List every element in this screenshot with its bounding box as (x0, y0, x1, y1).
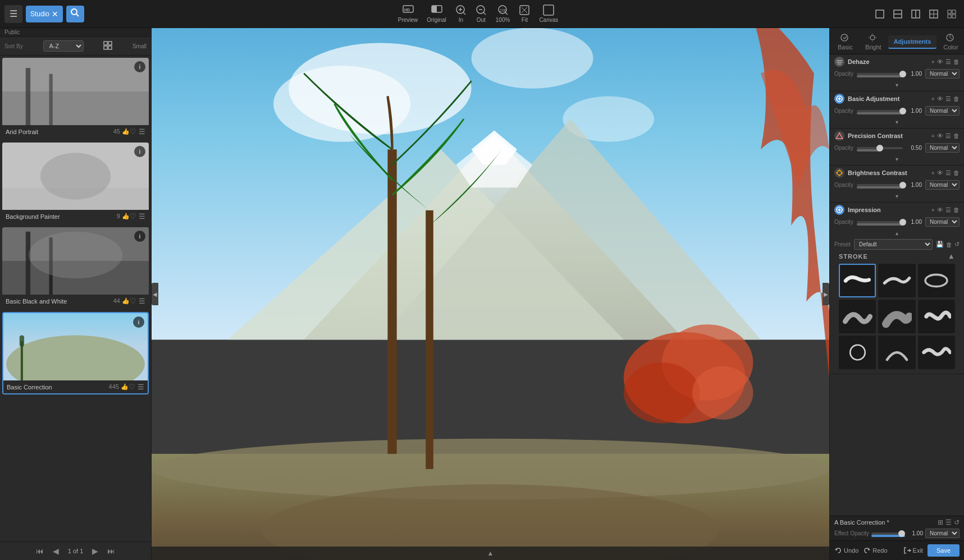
grid-view-button[interactable] (103, 41, 112, 52)
brightness-blend-select[interactable]: Normal (925, 180, 960, 190)
impression-preset-save-button[interactable]: 💾 (936, 241, 944, 248)
stroke-thumb-4[interactable] (839, 300, 876, 333)
like-button-bw[interactable]: ♡ (130, 297, 136, 305)
impression-add-button[interactable]: + (931, 206, 935, 213)
precision-blend-select[interactable]: Normal (925, 143, 960, 153)
redo-button[interactable]: Redo (863, 547, 887, 554)
brightness-expand-button[interactable]: ▾ (896, 193, 898, 199)
impression-opacity-slider[interactable] (857, 221, 903, 223)
sort-select[interactable]: A-Z Z-A Newest Popular (43, 40, 84, 52)
save-button[interactable]: Save (928, 544, 960, 557)
impression-preset-select[interactable]: Default (854, 239, 933, 250)
basic-adj-delete-button[interactable]: 🗑 (953, 95, 960, 102)
view-single-button[interactable] (872, 6, 888, 22)
view-split-v-button[interactable] (908, 6, 924, 22)
menu-button[interactable]: ☰ (4, 5, 22, 23)
effect-blend-select[interactable]: Normal (925, 529, 960, 538)
collapse-left-panel-button[interactable]: ◀ (152, 283, 158, 305)
tab-adjustments[interactable]: Adjustments (888, 35, 937, 49)
impression-preset-reset-button[interactable]: ↺ (954, 241, 960, 248)
effect-opacity-slider[interactable] (871, 533, 905, 535)
info-button-bw[interactable]: i (134, 231, 145, 242)
tab-color[interactable]: Color (938, 30, 963, 54)
effect-reset-button[interactable]: ↺ (954, 518, 960, 526)
more-button-bg[interactable]: ☰ (139, 212, 145, 221)
stroke-thumb-3[interactable] (918, 264, 955, 297)
zoom-100-button[interactable]: 100 100% (496, 4, 510, 23)
stroke-thumb-2[interactable] (878, 264, 915, 297)
precision-expand-button[interactable]: ▾ (896, 156, 898, 162)
preset-item-correction[interactable]: i Basic Correction 445 👍 ♡ ☰ (2, 312, 149, 394)
precision-add-button[interactable]: + (931, 132, 935, 139)
next-button[interactable]: ▶ (92, 547, 98, 556)
search-button[interactable] (66, 6, 84, 22)
info-button-correction[interactable]: i (133, 316, 144, 328)
stroke-thumb-8[interactable] (878, 336, 915, 369)
brightness-delete-button[interactable]: 🗑 (953, 169, 960, 176)
search-tag-close[interactable]: ✕ (52, 10, 58, 19)
dehaze-menu-button[interactable]: ☰ (945, 58, 951, 66)
like-button-correction[interactable]: ♡ (129, 383, 135, 391)
collapse-right-panel-button[interactable]: ▶ (823, 283, 829, 305)
brightness-opacity-slider[interactable] (857, 184, 903, 186)
dehaze-blend-select[interactable]: Normal (925, 69, 960, 79)
undo-button[interactable]: Undo (834, 547, 858, 554)
more-button-bw[interactable]: ☰ (139, 297, 145, 305)
basic-adj-visibility-button[interactable]: 👁 (937, 95, 943, 102)
tab-basic[interactable]: Basic (832, 30, 858, 54)
basic-adj-opacity-slider[interactable] (857, 110, 903, 112)
more-button-arid[interactable]: ☰ (139, 127, 145, 136)
precision-delete-button[interactable]: 🗑 (953, 132, 960, 139)
impression-collapse-button[interactable]: ▴ (896, 230, 898, 236)
dehaze-delete-button[interactable]: 🗑 (953, 58, 960, 65)
preset-item-bw[interactable]: i Basic Black and White 44 👍 ♡ ☰ (2, 227, 149, 307)
more-button-correction[interactable]: ☰ (138, 383, 144, 391)
dehaze-expand-button[interactable]: ▾ (896, 82, 898, 88)
stroke-thumb-5[interactable] (878, 300, 915, 333)
stroke-thumb-6[interactable] (918, 300, 955, 333)
info-button-arid[interactable]: i (134, 61, 145, 72)
like-button-arid[interactable]: ♡ (130, 127, 136, 136)
basic-adj-menu-button[interactable]: ☰ (945, 95, 951, 103)
brightness-add-button[interactable]: + (931, 169, 935, 176)
preset-item-bg[interactable]: i Background Painter 9 👍 ♡ ☰ (2, 143, 149, 223)
basic-adj-expand-button[interactable]: ▾ (896, 119, 898, 125)
exit-button[interactable]: Exit (903, 544, 923, 557)
impression-delete-button[interactable]: 🗑 (953, 206, 960, 213)
zoom-in-button[interactable]: In (455, 4, 467, 23)
prev-page-button[interactable]: ⏮ (36, 547, 44, 556)
like-button-bg[interactable]: ♡ (130, 212, 136, 221)
precision-visibility-button[interactable]: 👁 (937, 132, 943, 139)
basic-adj-add-button[interactable]: + (931, 95, 935, 102)
tab-bright[interactable]: Bright (860, 30, 887, 54)
dehaze-opacity-slider[interactable] (857, 73, 903, 75)
dehaze-add-button[interactable]: + (931, 58, 935, 65)
view-quad-button[interactable] (926, 6, 942, 22)
dehaze-visibility-button[interactable]: 👁 (937, 58, 943, 65)
impression-visibility-button[interactable]: 👁 (937, 206, 943, 213)
expand-canvas-button[interactable]: ▲ (487, 549, 494, 557)
view-options-button[interactable] (944, 6, 960, 22)
precision-menu-button[interactable]: ☰ (945, 132, 951, 140)
effect-layers-button[interactable]: ⊞ (938, 518, 943, 526)
prev-button[interactable]: ◀ (53, 547, 59, 556)
canvas-button[interactable]: Canvas (539, 4, 558, 23)
stroke-thumb-1[interactable] (839, 264, 876, 297)
impression-menu-button[interactable]: ☰ (945, 206, 951, 214)
stroke-collapse-button[interactable]: ▲ (948, 252, 955, 260)
info-button-bg[interactable]: i (134, 146, 145, 157)
zoom-out-button[interactable]: Out (476, 4, 487, 23)
stroke-thumb-7[interactable] (839, 336, 876, 369)
effect-list-button[interactable]: ☰ (945, 518, 952, 526)
canvas-area[interactable]: ◀ ▶ ▲ (152, 28, 829, 560)
original-button[interactable]: Original (427, 4, 446, 23)
precision-opacity-slider[interactable] (857, 147, 903, 149)
impression-preset-delete-button[interactable]: 🗑 (946, 241, 952, 248)
impression-blend-select[interactable]: Normal (925, 217, 960, 227)
brightness-visibility-button[interactable]: 👁 (937, 169, 943, 176)
next-page-button[interactable]: ⏭ (107, 547, 115, 556)
stroke-thumb-9[interactable] (918, 336, 955, 369)
preview-button[interactable]: HD Preview (398, 4, 418, 23)
fit-button[interactable]: Fit (519, 4, 530, 23)
brightness-menu-button[interactable]: ☰ (945, 169, 951, 177)
